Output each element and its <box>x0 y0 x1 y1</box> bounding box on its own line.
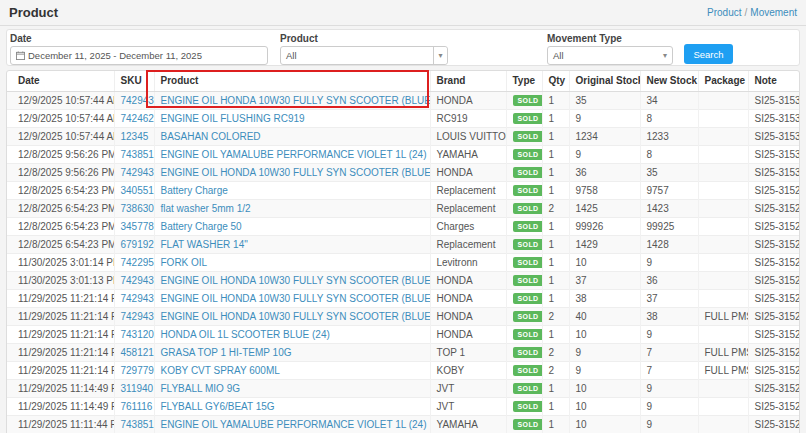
product-link[interactable]: FLYBALL MIO 9G <box>161 383 240 394</box>
sku-link[interactable]: 743120 <box>121 329 154 340</box>
product-link[interactable]: FORK OIL <box>161 257 208 268</box>
cell-new-stock: 8 <box>640 146 698 164</box>
sku-link[interactable]: 458121 <box>121 347 154 358</box>
type-badge: SOLD <box>513 383 543 394</box>
cell-sku: 679192 <box>114 236 154 254</box>
cell-original-stock: 9758 <box>569 182 640 200</box>
cell-sku: 742462 <box>114 110 154 128</box>
product-select[interactable]: All ▾ <box>280 46 448 65</box>
cell-package <box>698 380 748 398</box>
table-row: 11/29/2025 11:14:49 PM311940FLYBALL MIO … <box>7 380 799 398</box>
type-badge: SOLD <box>513 275 543 286</box>
cell-date: 11/29/2025 11:14:49 PM <box>7 398 114 416</box>
product-link[interactable]: ENGINE OIL YAMALUBE PERFORMANCE VIOLET 1… <box>161 149 427 160</box>
cell-qty: 1 <box>542 218 569 236</box>
product-link[interactable]: GRASA TOP 1 HI-TEMP 10G <box>161 347 292 358</box>
breadcrumb-link-product[interactable]: Product <box>707 7 741 18</box>
cell-note: SI25-31525 <box>748 416 799 433</box>
product-link[interactable]: Battery Charge <box>161 185 228 196</box>
sku-link[interactable]: 340551 <box>121 185 154 196</box>
sku-link[interactable]: 738630 <box>121 203 154 214</box>
movement-type-select[interactable]: All ▾ <box>547 46 673 65</box>
cell-sku: 458121 <box>114 344 154 362</box>
cell-brand: HONDA <box>430 308 506 326</box>
sku-link[interactable]: 742943 <box>121 311 154 322</box>
cell-original-stock: 40 <box>569 308 640 326</box>
sku-link[interactable]: 12345 <box>121 131 149 142</box>
cell-original-stock: 1234 <box>569 128 640 146</box>
product-link[interactable]: ENGINE OIL HONDA 10W30 FULLY SYN SCOOTER… <box>161 275 431 286</box>
table-row: 12/8/2025 6:54:23 PM345778Battery Charge… <box>7 218 799 236</box>
table-row: 12/8/2025 6:54:23 PM679192FLAT WASHER 14… <box>7 236 799 254</box>
cell-product: FLYBALL MIO 9G <box>154 380 430 398</box>
sku-link[interactable]: 311940 <box>121 383 154 394</box>
cell-date: 11/29/2025 11:21:14 PM <box>7 290 114 308</box>
type-badge: SOLD <box>513 347 543 358</box>
product-link[interactable]: ENGINE OIL HONDA 10W30 FULLY SYN SCOOTER… <box>161 95 431 106</box>
sku-link[interactable]: 742943 <box>121 293 154 304</box>
date-range-input[interactable]: December 11, 2025 - December 11, 2025 <box>10 46 268 65</box>
cell-type: SOLD <box>506 380 542 398</box>
product-link[interactable]: ENGINE OIL FLUSHING RC919 <box>161 113 305 124</box>
breadcrumb-link-movement[interactable]: Movement <box>750 7 797 18</box>
cell-product: BASAHAN COLORED <box>154 128 430 146</box>
table-row: 11/30/2025 3:01:13 PM742943ENGINE OIL HO… <box>7 272 799 290</box>
page-title: Product <box>9 5 58 20</box>
type-badge: SOLD <box>513 149 543 160</box>
cell-date: 11/30/2025 3:01:14 PM <box>7 254 114 272</box>
cell-sku: 742943 <box>114 308 154 326</box>
table-row: 11/29/2025 11:21:14 PM458121GRASA TOP 1 … <box>7 344 799 362</box>
search-button[interactable]: Search <box>684 44 733 64</box>
sku-link[interactable]: 761116 <box>121 401 153 412</box>
cell-qty: 1 <box>542 146 569 164</box>
column-header-qty: Qty <box>542 71 569 92</box>
cell-new-stock: 9 <box>640 380 698 398</box>
sku-link[interactable]: 743851 <box>121 149 154 160</box>
cell-type: SOLD <box>506 110 542 128</box>
product-link[interactable]: BASAHAN COLORED <box>161 131 261 142</box>
cell-new-stock: 1423 <box>640 200 698 218</box>
cell-date: 12/8/2025 6:54:23 PM <box>7 236 114 254</box>
sku-link[interactable]: 742943 <box>121 167 154 178</box>
cell-note: SI25-31529 <box>748 200 799 218</box>
column-header-brand: Brand <box>430 71 506 92</box>
sku-link[interactable]: 729779 <box>121 365 154 376</box>
cell-sku: 311940 <box>114 380 154 398</box>
cell-qty: 1 <box>542 290 569 308</box>
sku-link[interactable]: 345778 <box>121 221 154 232</box>
cell-qty: 1 <box>542 326 569 344</box>
product-link[interactable]: ENGINE OIL HONDA 10W30 FULLY SYN SCOOTER… <box>161 167 431 178</box>
product-link[interactable]: Battery Charge 50 <box>161 221 242 232</box>
product-link[interactable]: ENGINE OIL HONDA 10W30 FULLY SYN SCOOTER… <box>161 311 431 322</box>
cell-qty: 2 <box>542 344 569 362</box>
table-row: 11/29/2025 11:21:14 PM742943ENGINE OIL H… <box>7 290 799 308</box>
cell-qty: 2 <box>542 200 569 218</box>
cell-sku: 742943 <box>114 92 154 110</box>
cell-date: 12/8/2025 9:56:26 PM <box>7 146 114 164</box>
cell-original-stock: 35 <box>569 92 640 110</box>
sku-link[interactable]: 742462 <box>121 113 154 124</box>
cell-brand: Replacement <box>430 182 506 200</box>
cell-product: ENGINE OIL HONDA 10W30 FULLY SYN SCOOTER… <box>154 92 430 110</box>
cell-note: SI25-31529 <box>748 182 799 200</box>
product-link[interactable]: flat washer 5mm 1/2 <box>161 203 251 214</box>
cell-brand: HONDA <box>430 92 506 110</box>
cell-product: Battery Charge <box>154 182 430 200</box>
product-link[interactable]: FLAT WASHER 14" <box>161 239 248 250</box>
sku-link[interactable]: 742943 <box>121 95 154 106</box>
sku-link[interactable]: 742943 <box>121 275 154 286</box>
product-link[interactable]: HONDA OIL 1L SCOOTER BLUE (24) <box>161 329 330 340</box>
cell-brand: TOP 1 <box>430 344 506 362</box>
product-link[interactable]: KOBY CVT SPRAY 600ML <box>161 365 280 376</box>
table-row: 11/29/2025 11:14:49 PM761116FLYBALL GY6/… <box>7 398 799 416</box>
sku-link[interactable]: 743851 <box>121 419 154 430</box>
product-link[interactable]: FLYBALL GY6/BEAT 15G <box>161 401 275 412</box>
product-link[interactable]: ENGINE OIL HONDA 10W30 FULLY SYN SCOOTER… <box>161 293 431 304</box>
sku-link[interactable]: 679192 <box>121 239 154 250</box>
cell-new-stock: 1233 <box>640 128 698 146</box>
cell-sku: 729779 <box>114 362 154 380</box>
sku-link[interactable]: 742295 <box>121 257 154 268</box>
product-link[interactable]: ENGINE OIL YAMALUBE PERFORMANCE VIOLET 1… <box>161 419 427 430</box>
cell-product: GRASA TOP 1 HI-TEMP 10G <box>154 344 430 362</box>
cell-type: SOLD <box>506 146 542 164</box>
